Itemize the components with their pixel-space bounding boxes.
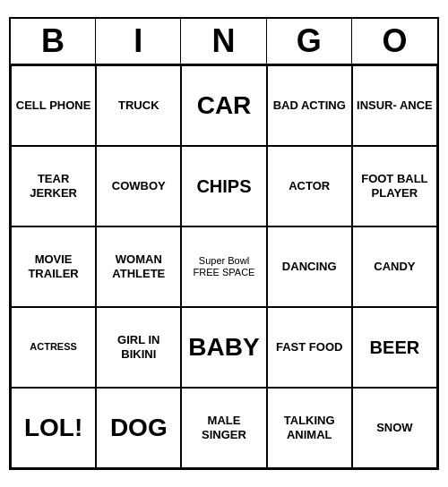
bingo-cell: CELL PHONE: [11, 65, 96, 146]
bingo-cell: SNOW: [352, 388, 437, 468]
bingo-cell: TALKING ANIMAL: [267, 388, 352, 468]
bingo-grid: CELL PHONETRUCKCARBAD ACTINGINSUR- ANCET…: [11, 65, 437, 468]
bingo-cell: FOOT BALL PLAYER: [352, 146, 437, 226]
bingo-cell: BAD ACTING: [267, 65, 352, 146]
bingo-cell: WOMAN ATHLETE: [96, 226, 181, 307]
bingo-cell: TEAR JERKER: [11, 146, 96, 226]
bingo-cell: DOG: [96, 388, 181, 468]
bingo-cell: MALE SINGER: [181, 388, 266, 468]
bingo-card: BINGO CELL PHONETRUCKCARBAD ACTINGINSUR-…: [9, 17, 439, 470]
bingo-cell: ACTRESS: [11, 307, 96, 388]
bingo-cell: Super Bowl FREE SPACE: [181, 226, 266, 307]
bingo-cell: BEER: [352, 307, 437, 388]
bingo-cell: TRUCK: [96, 65, 181, 146]
bingo-cell: GIRL IN BIKINI: [96, 307, 181, 388]
header-letter: I: [96, 19, 181, 64]
header-letter: O: [352, 19, 437, 64]
header-letter: G: [267, 19, 352, 64]
bingo-cell: ACTOR: [267, 146, 352, 226]
bingo-cell: DANCING: [267, 226, 352, 307]
header-letter: B: [11, 19, 96, 64]
bingo-header: BINGO: [11, 19, 437, 65]
bingo-cell: CHIPS: [181, 146, 266, 226]
bingo-cell: COWBOY: [96, 146, 181, 226]
header-letter: N: [181, 19, 266, 64]
bingo-cell: MOVIE TRAILER: [11, 226, 96, 307]
bingo-cell: CAR: [181, 65, 266, 146]
bingo-cell: FAST FOOD: [267, 307, 352, 388]
bingo-cell: INSUR- ANCE: [352, 65, 437, 146]
bingo-cell: BABY: [181, 307, 266, 388]
bingo-cell: LOL!: [11, 388, 96, 468]
bingo-cell: CANDY: [352, 226, 437, 307]
